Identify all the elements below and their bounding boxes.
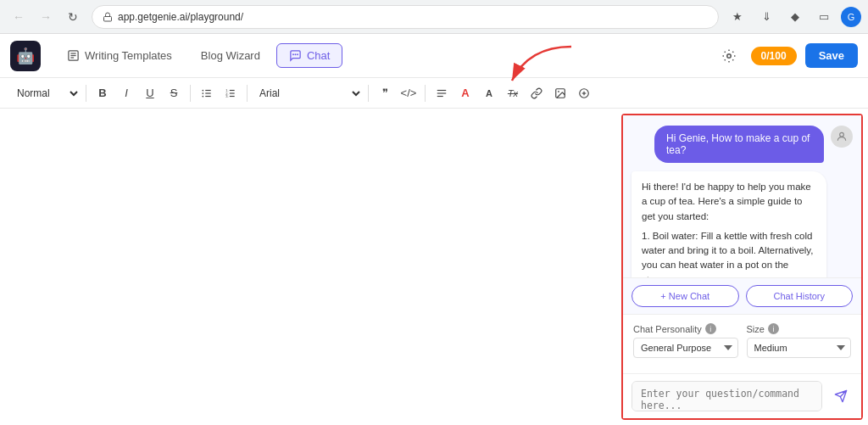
writing-templates-label: Writing Templates — [85, 49, 172, 62]
align-button[interactable] — [431, 82, 453, 104]
app-wrapper: 🤖 Writing Templates Blog Wizard Chat — [0, 34, 868, 425]
nav-tabs: Writing Templates Blog Wizard Chat — [54, 43, 702, 68]
size-select[interactable]: Small Medium Large — [747, 338, 852, 358]
settings-button[interactable] — [715, 42, 743, 70]
font-size-button[interactable]: A — [478, 82, 500, 104]
divider-5 — [425, 85, 426, 102]
blog-wizard-label: Blog Wizard — [201, 49, 260, 62]
svg-point-13 — [202, 89, 203, 91]
style-select[interactable]: Normal Heading 1 Heading 2 — [10, 85, 81, 102]
italic-button[interactable]: I — [115, 82, 137, 104]
svg-point-7 — [297, 53, 298, 55]
url-input[interactable]: app.getgenie.ai/playground/ — [118, 11, 708, 23]
chat-tab-icon — [289, 49, 302, 62]
bot-message-bubble: Hi there! I'd be happy to help you make … — [632, 171, 826, 277]
bold-button[interactable]: B — [92, 82, 114, 104]
svg-point-15 — [202, 95, 203, 97]
nav-right: 0/100 Save — [715, 42, 858, 70]
text-color-button[interactable]: A — [454, 82, 476, 104]
ordered-list-icon: 1.2.3. — [225, 87, 236, 99]
bot-step1: 1. Boil water: Fill a kettle with fresh … — [642, 229, 816, 277]
code-button[interactable]: </> — [398, 82, 420, 104]
underline-button[interactable]: U — [139, 82, 161, 104]
ordered-list-button[interactable]: 1.2.3. — [220, 82, 242, 104]
user-message: Hi Genie, How to make a cup of tea? — [632, 126, 853, 163]
chat-input-area — [623, 373, 861, 418]
image-button[interactable] — [549, 82, 571, 104]
chat-panel: Hi Genie, How to make a cup of tea? Hi t… — [621, 114, 863, 420]
svg-rect-0 — [104, 16, 112, 21]
size-info-icon[interactable]: i — [768, 323, 779, 334]
extra-button[interactable] — [573, 82, 595, 104]
font-select[interactable]: Arial Times New Roman — [253, 85, 363, 102]
svg-point-30 — [840, 132, 844, 137]
bullet-list-icon — [201, 87, 213, 99]
chat-settings: Chat Personality i General Purpose Creat… — [623, 314, 861, 373]
chat-input[interactable] — [632, 381, 822, 411]
svg-point-5 — [292, 53, 294, 55]
chat-history-button[interactable]: Chat History — [746, 285, 854, 307]
link-icon — [531, 87, 542, 99]
strikethrough-button[interactable]: S — [163, 82, 185, 104]
download-button[interactable]: ⇓ — [754, 5, 778, 29]
image-icon — [554, 87, 566, 99]
svg-point-14 — [202, 92, 203, 94]
size-group: Size i Small Medium Large — [747, 323, 852, 358]
divider-4 — [368, 85, 369, 102]
editor-area[interactable] — [0, 109, 621, 425]
personality-label: Chat Personality i — [633, 323, 738, 334]
extension-button[interactable]: ◆ — [783, 5, 807, 29]
svg-point-9 — [726, 53, 731, 58]
reload-button[interactable]: ↻ — [61, 5, 85, 29]
save-button[interactable]: Save — [805, 43, 858, 68]
logo-area: 🤖 — [10, 41, 41, 71]
address-bar: app.getgenie.ai/playground/ — [92, 5, 719, 29]
browser-chrome: ← → ↻ app.getgenie.ai/playground/ ★ ⇓ ◆ … — [0, 0, 868, 34]
split-view-button[interactable]: ▭ — [812, 5, 836, 29]
svg-point-26 — [558, 91, 559, 92]
send-icon — [834, 389, 848, 403]
gear-icon — [721, 48, 737, 64]
back-button[interactable]: ← — [7, 5, 31, 29]
chat-messages: Hi Genie, How to make a cup of tea? Hi t… — [623, 115, 861, 277]
chat-tab-label: Chat — [307, 49, 330, 62]
top-nav: 🤖 Writing Templates Blog Wizard Chat — [0, 34, 868, 78]
send-button[interactable] — [829, 384, 853, 408]
logo-icon: 🤖 — [16, 47, 35, 65]
svg-text:3.: 3. — [225, 94, 228, 98]
nav-buttons: ← → ↻ — [7, 5, 85, 29]
personality-info-icon[interactable]: i — [705, 323, 716, 334]
bot-message: Hi there! I'd be happy to help you make … — [632, 171, 853, 277]
link-button[interactable] — [526, 82, 548, 104]
bookmark-star-button[interactable]: ★ — [726, 5, 749, 29]
bot-intro: Hi there! I'd be happy to help you make … — [642, 180, 816, 224]
divider-3 — [247, 85, 248, 102]
size-label: Size i — [747, 323, 852, 334]
writing-templates-tab[interactable]: Writing Templates — [54, 43, 185, 68]
blockquote-button[interactable]: ❞ — [374, 82, 396, 104]
svg-point-6 — [294, 53, 296, 55]
user-avatar-browser[interactable]: G — [841, 7, 861, 27]
extra-icon — [578, 87, 590, 99]
chat-tab[interactable]: Chat — [276, 43, 342, 68]
settings-row: Chat Personality i General Purpose Creat… — [633, 323, 851, 358]
lock-icon — [103, 12, 113, 22]
editor-toolbar: Normal Heading 1 Heading 2 B I U S 1.2.3… — [0, 78, 868, 109]
main-area: Hi Genie, How to make a cup of tea? Hi t… — [0, 109, 868, 425]
new-chat-button[interactable]: + New Chat — [632, 285, 739, 307]
user-icon — [836, 131, 848, 143]
bullet-list-button[interactable] — [196, 82, 218, 104]
blog-wizard-tab[interactable]: Blog Wizard — [188, 43, 273, 68]
personality-select[interactable]: General Purpose Creative Formal Friendly — [633, 338, 738, 358]
browser-actions: ★ ⇓ ◆ ▭ G — [726, 5, 861, 29]
token-count-badge[interactable]: 0/100 — [751, 47, 797, 65]
user-chat-avatar — [831, 126, 853, 148]
personality-group: Chat Personality i General Purpose Creat… — [633, 323, 738, 358]
writing-templates-icon — [67, 49, 80, 62]
chat-actions: + New Chat Chat History — [623, 277, 861, 314]
align-icon — [436, 87, 448, 99]
divider-2 — [190, 85, 191, 102]
clear-format-button[interactable]: Tx — [502, 82, 524, 104]
divider-1 — [86, 85, 86, 102]
forward-button[interactable]: → — [34, 5, 58, 29]
